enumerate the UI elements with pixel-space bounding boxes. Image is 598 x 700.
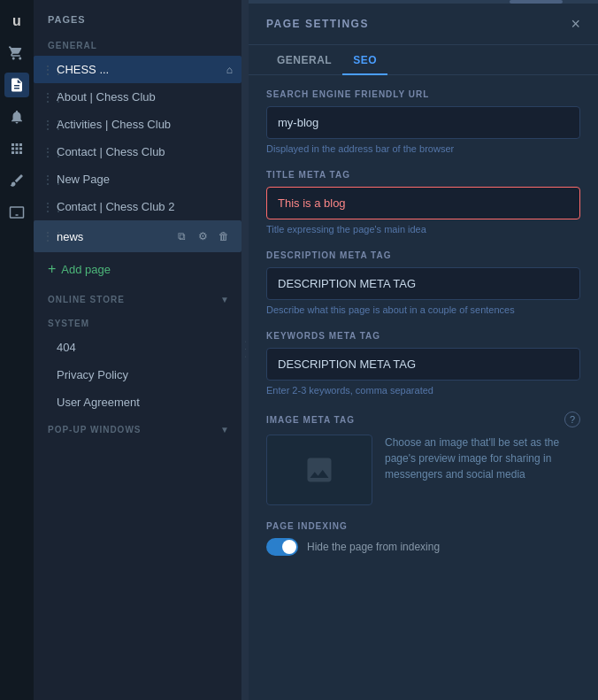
resize-handle[interactable]: · · · [242,0,249,700]
image-icon [303,454,335,486]
page-item-new[interactable]: ⋮⋮ New Page [34,165,242,193]
keywords-field-group: Keywords Meta Tag Enter 2-3 keywords, co… [266,331,580,396]
description-hint: Describe what this page is about in a co… [266,304,580,315]
drag-handle: ⋮⋮ [42,64,51,76]
tab-seo[interactable]: SEO [342,45,387,75]
icon-bar: u [0,0,34,700]
add-page-label: Add page [61,263,111,276]
scroll-indicator [249,0,598,4]
title-hint: Title expressing the page's main idea [266,224,580,235]
online-store-section[interactable]: Online Store ▼ [34,286,242,310]
page-item-404[interactable]: 404 [34,334,242,361]
add-icon: + [48,261,56,277]
page-item-contact[interactable]: ⋮⋮ Contact | Chess Club [34,138,242,165]
settings-body: Search Engine Friendly URL Displayed in … [249,75,598,700]
page-item-privacy[interactable]: Privacy Policy [34,361,242,388]
cart-icon[interactable] [4,41,29,65]
main-page-item[interactable]: ⋮⋮ CHESS ... ⌂ [34,56,242,83]
title-input[interactable] [266,187,580,219]
system-section-label: System [34,310,242,334]
indexing-label: Page Indexing [266,521,580,531]
page-name-contact: Contact | Chess Club [57,145,233,158]
bell-icon[interactable] [4,104,29,129]
page-name-404: 404 [57,341,233,354]
indexing-toggle-label: Hide the page from indexing [307,541,440,553]
sidebar: Pages General ⋮⋮ CHESS ... ⌂ ⋮⋮ About | … [34,0,242,700]
drag-handle: ⋮⋮ [42,173,51,186]
main-page-name: CHESS ... [57,63,221,76]
toggle-knob [282,540,296,554]
indexing-toggle[interactable] [266,538,298,556]
settings-panel: Page Settings × General SEO Search Engin… [249,0,598,700]
keywords-input[interactable] [266,348,580,381]
settings-icon[interactable]: ⚙ [194,227,211,245]
settings-title: Page Settings [266,18,369,30]
image-field-group: Image Meta Tag ? Choose an image that'll… [266,412,580,505]
page-item-about[interactable]: ⋮⋮ About | Chess Club [34,83,242,111]
close-button[interactable]: × [571,16,580,32]
tab-general[interactable]: General [266,45,342,75]
page-name-privacy: Privacy Policy [57,368,233,381]
help-icon[interactable]: ? [564,412,580,427]
page-item-agreement[interactable]: User Agreement [34,388,242,416]
keywords-hint: Enter 2-3 keywords, comma separated [266,385,580,396]
drag-handle: ⋮⋮ [42,119,51,131]
popup-section[interactable]: Pop-up Windows ▼ [34,416,242,440]
page-item-news[interactable]: ⋮⋮ news ⧉ ⚙ 🗑 [34,220,242,252]
popup-label: Pop-up Windows [48,425,141,435]
home-icon: ⌂ [226,64,233,76]
general-section-label: General [34,32,242,56]
image-description: Choose an image that'll be set as the pa… [385,435,580,482]
description-field-group: Description Meta Tag Describe what this … [266,250,580,315]
description-input[interactable] [266,267,580,300]
drag-handle: ⋮⋮ [42,146,51,158]
sidebar-title: Pages [34,0,242,32]
drag-handle: ⋮⋮ [42,201,51,213]
chevron-down-icon-popup: ▼ [220,425,229,435]
page-name-agreement: User Agreement [57,396,233,409]
title-label: Title Meta Tag [266,170,580,180]
scroll-thumb [510,0,563,4]
image-placeholder[interactable] [266,435,372,505]
apps-icon[interactable] [4,136,29,161]
settings-header: Page Settings × [249,4,598,45]
keywords-label: Keywords Meta Tag [266,331,580,341]
url-hint: Displayed in the address bar of the brow… [266,143,580,154]
page-name-contact2: Contact | Chess Club 2 [57,200,233,213]
delete-icon[interactable]: 🗑 [215,227,233,245]
paint-icon[interactable] [4,168,29,193]
duplicate-icon[interactable]: ⧉ [172,227,190,245]
pages-icon[interactable] [4,73,29,97]
page-item-actions: ⧉ ⚙ 🗑 [172,227,233,245]
page-item-contact2[interactable]: ⋮⋮ Contact | Chess Club 2 [34,193,242,220]
add-page-button[interactable]: + Add page [34,252,242,286]
image-meta-row: Choose an image that'll be set as the pa… [266,435,580,505]
url-input[interactable] [266,106,580,139]
settings-tabs: General SEO [249,45,598,75]
title-field-group: Title Meta Tag Title expressing the page… [266,170,580,235]
indexing-field-group: Page Indexing Hide the page from indexin… [266,521,580,556]
screen-icon[interactable] [4,200,29,225]
page-name-new: New Page [57,173,233,186]
drag-handle: ⋮⋮ [42,230,51,242]
page-item-activities[interactable]: ⋮⋮ Activities | Chess Club [34,111,242,138]
online-store-label: Online Store [48,295,125,304]
chevron-down-icon: ▼ [220,295,229,304]
image-label: Image Meta Tag [266,415,355,425]
u-icon[interactable]: u [4,9,29,34]
url-label: Search Engine Friendly URL [266,89,580,99]
description-label: Description Meta Tag [266,250,580,260]
page-name-news: news [57,230,167,243]
image-label-row: Image Meta Tag ? [266,412,580,427]
url-field-group: Search Engine Friendly URL Displayed in … [266,89,580,154]
indexing-row: Hide the page from indexing [266,538,580,556]
page-name-about: About | Chess Club [57,90,233,104]
page-name-activities: Activities | Chess Club [57,118,233,131]
drag-handle: ⋮⋮ [42,91,51,104]
